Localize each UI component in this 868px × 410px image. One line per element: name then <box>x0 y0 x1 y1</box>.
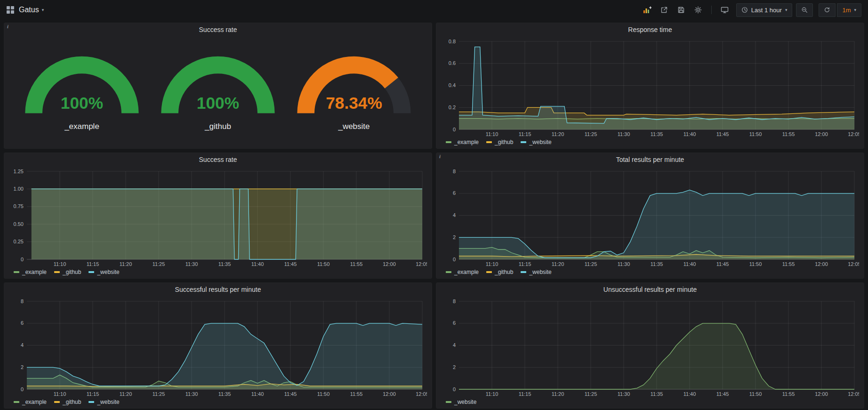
legend-item-_website[interactable]: _website <box>521 139 551 145</box>
legend-item-_example[interactable]: _example <box>446 269 479 275</box>
add-panel-icon <box>643 6 651 14</box>
svg-text:12:00: 12:00 <box>815 261 828 267</box>
legend-item-_github[interactable]: _github <box>54 269 81 275</box>
chart-success-rate[interactable]: 00.250.500.751.001.2511:1011:1511:2011:2… <box>9 167 427 268</box>
share-dashboard-button[interactable] <box>657 3 672 16</box>
panel-title: Success rate <box>199 26 237 33</box>
svg-text:11:10: 11:10 <box>54 261 66 267</box>
svg-text:0.75: 0.75 <box>14 203 24 209</box>
legend-swatch <box>446 141 451 143</box>
chart-svg: 00.20.40.60.811:1011:1511:2011:2511:3011… <box>441 37 859 138</box>
chart-total-results[interactable]: 0246811:1011:1511:2011:2511:3011:3511:40… <box>441 167 859 268</box>
legend-item-_website[interactable]: _website <box>446 399 476 405</box>
legend-item-_example[interactable]: _example <box>14 269 47 275</box>
gauge-label: _example <box>64 122 99 131</box>
legend-item-_website[interactable]: _website <box>88 399 119 405</box>
svg-text:11:40: 11:40 <box>683 131 696 137</box>
zoom-out-button[interactable] <box>796 3 813 17</box>
legend-item-_example[interactable]: _example <box>446 139 479 145</box>
gauge-arc: 78.34% <box>291 49 417 120</box>
gauge-value: 100% <box>61 94 103 112</box>
add-panel-button[interactable] <box>640 3 655 16</box>
svg-text:2: 2 <box>453 234 456 240</box>
chart-legend: _example_github_website <box>9 268 427 276</box>
legend-item-_github[interactable]: _github <box>54 399 81 405</box>
clock-icon <box>741 7 748 13</box>
chart-legend: _example_github_website <box>441 138 859 146</box>
legend-label: _example <box>22 269 47 275</box>
legend-swatch <box>486 141 492 143</box>
legend-item-_website[interactable]: _website <box>521 269 551 275</box>
gauge-row: 100%_example100%_github78.34%_website <box>4 36 432 148</box>
refresh-interval-picker[interactable]: 1m ▾ <box>837 3 861 17</box>
panel-header[interactable]: Total results per minute <box>436 153 864 166</box>
svg-text:2: 2 <box>453 364 456 370</box>
gauge-example: 100%_example <box>19 49 145 131</box>
svg-text:6: 6 <box>453 320 456 326</box>
legend-label: _website <box>97 269 119 275</box>
svg-text:6: 6 <box>21 320 24 326</box>
legend-item-_website[interactable]: _website <box>88 269 119 275</box>
legend-label: _github <box>495 139 513 145</box>
panel-header[interactable]: Successful results per minute <box>4 283 432 296</box>
panel-unsuccessful-results: Unsuccessful results per minute 0246811:… <box>436 282 864 409</box>
chevron-down-icon: ▾ <box>854 8 856 12</box>
svg-text:11:15: 11:15 <box>519 261 531 267</box>
legend-label: _github <box>63 269 81 275</box>
svg-text:0: 0 <box>453 257 456 262</box>
svg-text:0.8: 0.8 <box>449 39 456 44</box>
legend-item-_example[interactable]: _example <box>14 399 47 405</box>
svg-text:12:05: 12:05 <box>848 131 859 137</box>
chart-legend: _example_github_website <box>441 268 859 276</box>
cycle-view-button[interactable] <box>717 3 732 16</box>
panel-header[interactable]: Response time <box>436 23 864 36</box>
svg-text:11:45: 11:45 <box>716 131 729 137</box>
svg-text:11:20: 11:20 <box>552 391 564 397</box>
panel-header[interactable]: Unsuccessful results per minute <box>436 283 864 296</box>
svg-text:0: 0 <box>21 257 24 262</box>
dashboard-settings-button[interactable] <box>691 3 706 16</box>
panel-info-icon[interactable]: i <box>439 153 441 159</box>
svg-text:11:35: 11:35 <box>651 131 663 137</box>
svg-text:0: 0 <box>453 386 456 392</box>
save-dashboard-button[interactable] <box>674 3 689 16</box>
panel-header[interactable]: Success rate <box>4 153 432 166</box>
legend-swatch <box>54 271 60 273</box>
legend-swatch <box>88 271 94 273</box>
svg-text:11:30: 11:30 <box>185 261 198 267</box>
svg-text:1.00: 1.00 <box>14 186 24 192</box>
svg-text:11:15: 11:15 <box>87 261 99 267</box>
legend-item-_github[interactable]: _github <box>486 139 513 145</box>
dashboard-title-menu[interactable]: Gatus ▾ <box>19 6 44 14</box>
svg-text:11:50: 11:50 <box>749 261 762 267</box>
svg-text:12:00: 12:00 <box>815 391 828 397</box>
chart-legend: _website <box>441 398 859 406</box>
chart-successful-results[interactable]: 0246811:1011:1511:2011:2511:3011:3511:40… <box>9 297 427 398</box>
dashboard-grid-icon[interactable] <box>7 6 14 14</box>
panel-info-icon[interactable]: i <box>7 24 8 29</box>
svg-text:11:25: 11:25 <box>585 131 597 137</box>
svg-text:11:10: 11:10 <box>486 261 498 267</box>
svg-text:0.6: 0.6 <box>449 60 456 66</box>
legend-item-_github[interactable]: _github <box>486 269 513 275</box>
legend-swatch <box>88 401 94 403</box>
svg-text:11:55: 11:55 <box>350 391 363 397</box>
svg-text:11:40: 11:40 <box>683 261 696 267</box>
svg-text:11:50: 11:50 <box>749 391 762 397</box>
time-range-picker[interactable]: Last 1 hour ▾ <box>736 3 793 17</box>
panel-response-time: Response time 00.20.40.60.811:1011:1511:… <box>436 23 864 149</box>
svg-text:11:50: 11:50 <box>317 261 330 267</box>
chart-unsuccessful-results[interactable]: 0246811:1011:1511:2011:2511:3011:3511:40… <box>441 297 859 398</box>
svg-text:11:45: 11:45 <box>716 261 729 267</box>
svg-text:11:50: 11:50 <box>749 131 762 137</box>
panel-total-results: i Total results per minute 0246811:1011:… <box>436 153 864 279</box>
svg-text:11:15: 11:15 <box>519 131 531 137</box>
panel-header[interactable]: Success rate <box>4 23 432 36</box>
svg-text:11:20: 11:20 <box>120 391 132 397</box>
legend-label: _website <box>97 399 119 405</box>
refresh-button[interactable] <box>819 3 836 17</box>
panel-title: Response time <box>628 26 672 33</box>
refresh-interval-label: 1m <box>842 7 851 14</box>
chart-response-time[interactable]: 00.20.40.60.811:1011:1511:2011:2511:3011… <box>441 37 859 138</box>
svg-text:4: 4 <box>21 342 24 348</box>
